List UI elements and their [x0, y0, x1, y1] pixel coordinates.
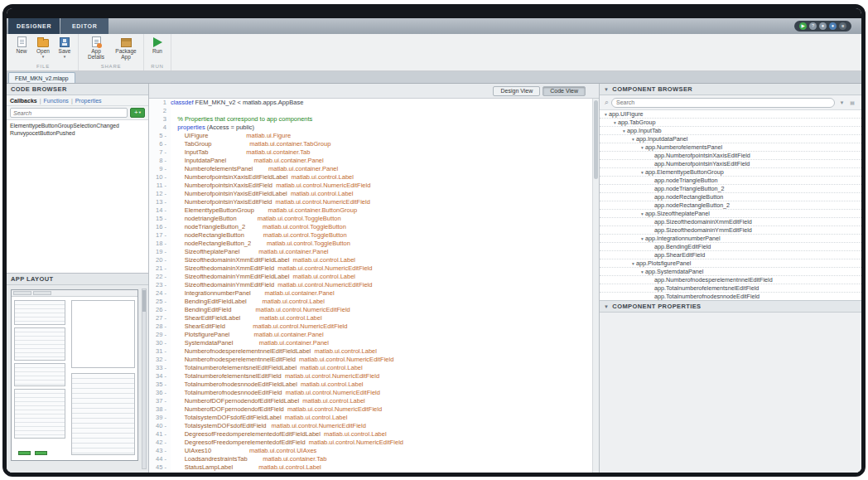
toolstrip-tab-editor[interactable]: EDITOR: [60, 18, 108, 34]
tree-item[interactable]: app.BendingEditField: [600, 243, 861, 251]
new-button[interactable]: New: [12, 36, 31, 55]
tree-item[interactable]: app.nodeRectangleButton_2: [600, 201, 861, 210]
code-browser-tab-functions[interactable]: Functions: [44, 98, 69, 104]
code-line[interactable]: 25 - BendingEditFieldLabel matlab.ui.con…: [149, 298, 599, 306]
code-line[interactable]: 12 - NumberofpointsinYaxisEditFieldLabel…: [149, 190, 599, 198]
save-button[interactable]: Save▾: [55, 36, 75, 60]
code-line[interactable]: 10 - NumberofpointsinXaxisEditFieldLabel…: [149, 173, 599, 182]
account-icon[interactable]: ●: [829, 22, 837, 30]
help-icon[interactable]: ?: [809, 22, 817, 30]
design-view-button[interactable]: Design View: [493, 86, 540, 96]
code-line[interactable]: 4 properties (Access = public): [149, 124, 599, 132]
code-view-button[interactable]: Code View: [542, 86, 586, 96]
code-line[interactable]: 23 - SizeofthedomaininYmmEditField matla…: [149, 281, 599, 289]
code-line[interactable]: 11 - NumberofpointsinXaxisEditField matl…: [149, 182, 599, 190]
code-line[interactable]: 30 - SystemdataPanel matlab.ui.container…: [149, 339, 599, 347]
code-line[interactable]: 43 - UIAxes10 matlab.ui.control.UIAxes: [149, 447, 599, 455]
code-line[interactable]: 17 - nodeRectangleButton matlab.ui.contr…: [149, 231, 599, 240]
code-line[interactable]: 9 - NumberofelementsPanel matlab.ui.cont…: [149, 165, 599, 173]
code-line[interactable]: 2: [149, 107, 599, 115]
tree-item[interactable]: app.SizeofthedomaininXmmEditField: [600, 218, 861, 226]
code-line[interactable]: 26 - BendingEditField matlab.ui.control.…: [149, 306, 599, 314]
code-line[interactable]: 35 - TotalnumberofnodesnnodeEditFieldLab…: [149, 381, 599, 389]
tree-item[interactable]: app.nodeTriangleButton_2: [600, 185, 861, 193]
code-line[interactable]: 27 - ShearEditFieldLabel matlab.ui.contr…: [149, 314, 599, 322]
tree-item[interactable]: app.nodeTriangleButton: [600, 177, 861, 185]
code-line[interactable]: 20 - SizeofthedomaininXmmEditFieldLabel …: [149, 256, 599, 264]
view-options-icon[interactable]: ▤: [848, 99, 856, 105]
tree-item[interactable]: app.TotalnumberofnodesnnodeEditField: [600, 293, 861, 301]
code-line[interactable]: 5 - UIFigure matlab.ui.Figure: [149, 132, 599, 140]
document-tab[interactable]: FEM_MKN_v2.mlapp: [8, 72, 75, 83]
filter-icon[interactable]: ▼: [837, 100, 846, 105]
code-line[interactable]: 32 - NumberofnodesperelementnnelEditFiel…: [149, 356, 599, 364]
run-button[interactable]: Run: [147, 36, 167, 55]
scrollbar-thumb[interactable]: [594, 100, 598, 179]
code-line[interactable]: 37 - NumberofDOFpernodendofEditFieldLabe…: [149, 397, 599, 405]
component-properties-header[interactable]: ▼ COMPONENT PROPERTIES: [600, 301, 861, 313]
code-line[interactable]: 40 - TotalsystemDOFsdofEditField matlab.…: [149, 422, 599, 430]
app-details-button[interactable]: App Details: [82, 36, 110, 61]
code-browser-search-input[interactable]: [10, 108, 128, 118]
tree-item[interactable]: ▾app.IntegrationnumberPanel: [600, 235, 861, 243]
code-line[interactable]: 39 - TotalsystemDOFsdofEditFieldLabel ma…: [149, 414, 599, 422]
code-line[interactable]: 6 - TabGroup matlab.ui.container.TabGrou…: [149, 140, 599, 148]
tree-item[interactable]: app.NumberofpointsinYaxisEditField: [600, 160, 861, 168]
tree-item[interactable]: ▾app.NumberofelementsPanel: [600, 143, 861, 152]
tree-item[interactable]: app.SizeofthedomaininYmmEditField: [600, 226, 861, 235]
tree-item[interactable]: ▾app.InputTab: [600, 127, 861, 135]
code-line[interactable]: 33 - TotalnumberofelementsnelEditFieldLa…: [149, 364, 599, 372]
code-line[interactable]: 24 - IntegrationnumberPanel matlab.ui.co…: [149, 289, 599, 298]
callback-item[interactable]: ElementtypeButtonGroupSelectionChanged: [7, 122, 148, 129]
app-layout-scrollbar[interactable]: [142, 288, 147, 469]
tree-item[interactable]: app.ShearEditField: [600, 251, 861, 259]
code-line[interactable]: 44 - LoadsandrestraintsTab matlab.ui.con…: [149, 455, 599, 463]
code-line[interactable]: 14 - ElementtypeButtonGroup matlab.ui.co…: [149, 206, 599, 215]
open-button[interactable]: Open▾: [33, 36, 53, 60]
code-line[interactable]: 34 - TotalnumberofelementsnelEditField m…: [149, 372, 599, 381]
package-app-button[interactable]: Package App: [112, 36, 140, 61]
tree-item[interactable]: ▾app.UIFigure: [600, 110, 861, 119]
tree-item[interactable]: ▾app.ElementtypeButtonGroup: [600, 168, 861, 177]
component-browser-header[interactable]: ▼ COMPONENT BROWSER: [600, 84, 861, 95]
editor-scrollbar[interactable]: [592, 99, 599, 473]
code-line[interactable]: 28 - ShearEditField matlab.ui.control.Nu…: [149, 322, 599, 331]
code-line[interactable]: 8 - InputdataPanel matlab.ui.container.P…: [149, 157, 599, 165]
code-line[interactable]: 13 - NumberofpointsinYaxisEditField matl…: [149, 198, 599, 206]
tree-item[interactable]: ▾app.TabGroup: [600, 119, 861, 127]
code-line[interactable]: 3 % Properties that correspond to app co…: [149, 115, 599, 124]
tree-item[interactable]: app.nodeRectangleButton: [600, 193, 861, 201]
callback-item[interactable]: RunvypocetButtonPushed: [7, 129, 148, 137]
tree-item[interactable]: app.NumberofpointsinXaxisEditField: [600, 152, 861, 160]
play-icon[interactable]: ▶: [799, 22, 807, 30]
tree-item[interactable]: ▾app.SizeoftheplatePanel: [600, 210, 861, 218]
code-line[interactable]: 1classdef FEM_MKN_v2 < matlab.apps.AppBa…: [149, 99, 599, 107]
code-line[interactable]: 18 - nodeRectangleButton_2 matlab.ui.con…: [149, 240, 599, 248]
code-line[interactable]: 45 - StatusLampLabel matlab.ui.control.L…: [149, 463, 599, 472]
scrollbar-thumb[interactable]: [142, 290, 146, 312]
code-line[interactable]: 29 - PlotsfigurePanel matlab.ui.containe…: [149, 331, 599, 339]
add-callback-button[interactable]: +▾: [130, 108, 145, 118]
tree-item[interactable]: app.NumberofnodesperelementnnelEditField: [600, 276, 861, 284]
code-line[interactable]: 41 - DegreesofFreedomperelementedofEditF…: [149, 430, 599, 439]
code-line[interactable]: 19 - SizeoftheplatePanel matlab.ui.conta…: [149, 248, 599, 256]
tree-item[interactable]: ▾app.InputdataPanel: [600, 135, 861, 143]
code-line[interactable]: 21 - SizeofthedomaininXmmEditField matla…: [149, 264, 599, 273]
menu-icon[interactable]: ≡: [839, 22, 846, 30]
code-editor[interactable]: 1classdef FEM_MKN_v2 < matlab.apps.AppBa…: [149, 99, 599, 473]
code-line[interactable]: 42 - DegreesofFreedomperelementedofEditF…: [149, 439, 599, 447]
code-line[interactable]: 22 - SizeofthedomaininYmmEditFieldLabel …: [149, 273, 599, 281]
code-line[interactable]: 7 - InputTab matlab.ui.container.Tab: [149, 148, 599, 157]
code-line[interactable]: 15 - nodetriangleButton matlab.ui.contro…: [149, 215, 599, 223]
component-search-input[interactable]: [611, 98, 835, 108]
code-line[interactable]: 16 - nodeTriangleButton_2 matlab.ui.cont…: [149, 223, 599, 231]
code-line[interactable]: 38 - NumberofDOFpernodendofEditField mat…: [149, 405, 599, 414]
app-layout-thumbnail[interactable]: [11, 289, 138, 461]
tree-item[interactable]: app.TotalnumberofelementsnelEditField: [600, 284, 861, 293]
notifications-icon[interactable]: ●: [819, 22, 827, 30]
toolstrip-tab-designer[interactable]: DESIGNER: [8, 18, 60, 34]
tree-item[interactable]: ▾app.PlotsfigurePanel: [600, 259, 861, 268]
code-line[interactable]: 36 - TotalnumberofnodesnnodeEditField ma…: [149, 389, 599, 397]
code-browser-tab-callbacks[interactable]: Callbacks: [10, 98, 37, 104]
code-line[interactable]: 31 - NumberofnodesperelementnnelEditFiel…: [149, 347, 599, 356]
